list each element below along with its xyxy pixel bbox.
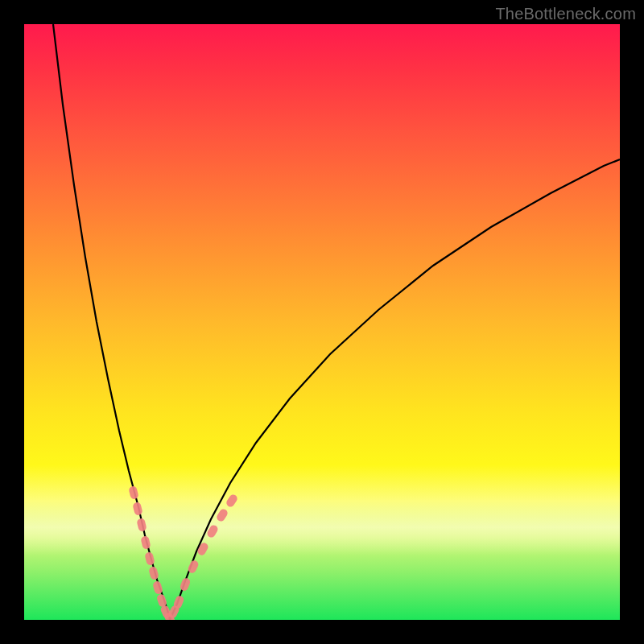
bead	[148, 566, 159, 580]
chart-svg	[24, 24, 620, 620]
bead-group-left	[128, 485, 176, 620]
bead	[225, 493, 238, 509]
bead	[128, 485, 139, 500]
bead	[179, 577, 191, 592]
bead	[140, 535, 151, 550]
bead	[132, 502, 143, 516]
watermark-text: TheBottleneck.com	[495, 5, 636, 23]
bead	[144, 551, 155, 566]
bead-group-right	[167, 493, 239, 620]
curve-right-branch	[170, 159, 620, 620]
chart-frame	[24, 24, 620, 620]
bead	[136, 518, 147, 532]
curve-left-branch	[53, 24, 170, 620]
bead	[216, 508, 229, 523]
